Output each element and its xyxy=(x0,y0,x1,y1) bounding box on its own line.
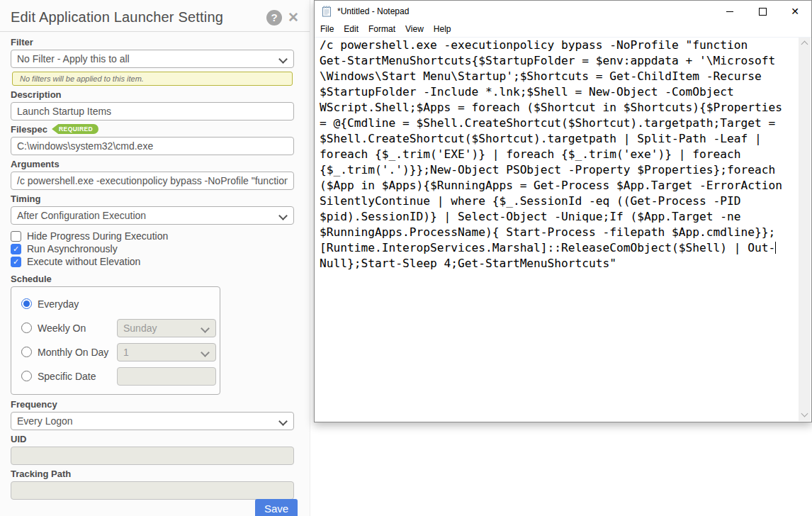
notepad-line: $RunningApps.ProcessName){ Start-Process… xyxy=(320,225,799,240)
checkbox-box[interactable] xyxy=(11,257,21,267)
uid-label: UID xyxy=(11,434,299,444)
checkbox-label: Execute without Elevation xyxy=(27,256,140,267)
schedule-box: Everyday Weekly On Sunday Monthly On Day… xyxy=(11,286,220,395)
scroll-down-button[interactable] xyxy=(799,409,811,421)
notepad-line: $pid).SessionID)} | Select-Object -Uniqu… xyxy=(320,209,799,225)
filespec-label: FilespecREQUIRED xyxy=(11,124,299,135)
help-icon[interactable]: ? xyxy=(266,10,282,26)
frequency-select-value: Every Logon xyxy=(17,415,73,427)
maximize-button[interactable] xyxy=(746,1,779,22)
notepad-line: /c powershell.exe -executionpolicy bypas… xyxy=(320,38,799,53)
minimize-button[interactable] xyxy=(714,1,746,22)
menu-format[interactable]: Format xyxy=(363,22,400,37)
chevron-down-icon xyxy=(201,324,210,333)
notepad-menubar: File Edit Format View Help xyxy=(315,22,811,38)
filter-note: No filters will be applied to this item. xyxy=(12,72,293,86)
schedule-option-specific-date[interactable]: Specific Date xyxy=(21,367,210,385)
radio-everyday[interactable] xyxy=(21,298,32,309)
notepad-text[interactable]: /c powershell.exe -executionpolicy bypas… xyxy=(315,38,799,421)
monthly-day-select[interactable]: 1 xyxy=(117,343,216,361)
filter-label: Filter xyxy=(11,37,299,47)
checkbox-hide-progress[interactable]: Hide Progress During Execution xyxy=(11,230,299,242)
filter-select-value: No Filter - Apply this to all xyxy=(17,53,130,64)
checkbox-run-asynchronously[interactable]: Run Asynchronously xyxy=(11,242,299,255)
notepad-line: = @{Cmdline = $Shell.CreateShortcut($Sho… xyxy=(320,116,799,131)
checkbox-label: Run Asynchronously xyxy=(27,243,118,254)
notepad-line: \Windows\Start Menu\Startup';$Shortcuts … xyxy=(320,69,799,84)
minimize-icon xyxy=(726,11,733,12)
radio-specific-date[interactable] xyxy=(21,371,32,381)
timing-label: Timing xyxy=(11,194,299,204)
panel-header: Edit Application Launcher Setting ? ✕ xyxy=(11,9,299,26)
chevron-down-icon xyxy=(801,410,808,417)
tracking-path-input[interactable] xyxy=(11,481,294,500)
radio-label: Specific Date xyxy=(38,371,117,382)
menu-help[interactable]: Help xyxy=(429,22,456,37)
menu-view[interactable]: View xyxy=(400,22,429,37)
required-badge: REQUIRED xyxy=(52,124,98,134)
text-caret xyxy=(775,242,776,254)
tracking-path-label: Tracking Path xyxy=(11,469,299,479)
schedule-option-weekly[interactable]: Weekly On Sunday xyxy=(21,319,210,337)
frequency-select[interactable]: Every Logon xyxy=(11,412,294,430)
checkbox-box[interactable] xyxy=(11,231,21,242)
frequency-label: Frequency xyxy=(11,399,299,410)
scroll-up-button[interactable] xyxy=(799,38,811,50)
filespec-input[interactable] xyxy=(11,137,294,155)
notepad-line: Get-StartMenuShortcuts{$StartupFolder = … xyxy=(320,53,799,69)
vertical-scrollbar[interactable] xyxy=(799,38,811,421)
timing-select-value: After Configuration Execution xyxy=(17,210,146,221)
notepad-icon xyxy=(321,6,332,17)
notepad-line: ($App in $Apps){$RunningApps = Get-Proce… xyxy=(320,178,799,194)
checkbox-execute-without-elevation[interactable]: Execute without Elevation xyxy=(11,255,299,268)
chevron-down-icon xyxy=(278,417,288,426)
description-input[interactable] xyxy=(11,102,294,120)
arguments-label: Arguments xyxy=(11,159,299,169)
notepad-line: WScript.Shell;$Apps = foreach ($Shortcut… xyxy=(320,100,799,116)
notepad-line: SilentlyContinue | where {$_.SessionId -… xyxy=(320,194,799,209)
close-button[interactable]: ✕ xyxy=(779,1,811,22)
description-label: Description xyxy=(11,89,299,100)
radio-label: Monthly On Day xyxy=(38,347,117,358)
screen: Edit Application Launcher Setting ? ✕ Fi… xyxy=(0,0,812,516)
chevron-up-icon xyxy=(801,41,808,48)
filespec-label-text: Filespec xyxy=(11,124,47,135)
edit-application-launcher-panel: Edit Application Launcher Setting ? ✕ Fi… xyxy=(0,0,310,516)
notepad-titlebar[interactable]: *Untitled - Notepad ✕ xyxy=(315,1,811,22)
chevron-down-icon xyxy=(201,348,210,357)
monthly-day-select-value: 1 xyxy=(123,347,129,358)
options-checkbox-group: Hide Progress During Execution Run Async… xyxy=(11,230,299,268)
header-divider xyxy=(0,31,310,32)
arguments-input[interactable] xyxy=(11,172,294,190)
page-title: Edit Application Launcher Setting xyxy=(11,9,266,26)
close-icon: ✕ xyxy=(791,6,799,16)
notepad-window: *Untitled - Notepad ✕ File Edit Format V… xyxy=(314,0,812,422)
close-icon[interactable]: ✕ xyxy=(288,10,299,26)
radio-monthly-on-day[interactable] xyxy=(21,347,32,357)
schedule-option-everyday[interactable]: Everyday xyxy=(21,295,210,313)
checkbox-box[interactable] xyxy=(11,244,21,254)
filter-select[interactable]: No Filter - Apply this to all xyxy=(11,50,294,68)
notepad-line: $Shell.CreateShortcut($Shortcut).targetp… xyxy=(320,131,799,147)
menu-file[interactable]: File xyxy=(315,22,339,37)
window-title: *Untitled - Notepad xyxy=(337,6,714,16)
menu-edit[interactable]: Edit xyxy=(339,22,363,37)
maximize-icon xyxy=(759,8,767,16)
save-button[interactable]: Save xyxy=(255,499,298,516)
schedule-option-monthly[interactable]: Monthly On Day 1 xyxy=(21,343,210,361)
chevron-down-icon xyxy=(278,55,288,64)
weekly-day-select[interactable]: Sunday xyxy=(117,319,216,337)
timing-select[interactable]: After Configuration Execution xyxy=(11,206,294,225)
specific-date-input[interactable] xyxy=(117,367,216,386)
uid-input[interactable] xyxy=(11,447,294,465)
radio-label: Everyday xyxy=(38,298,117,310)
notepad-line: foreach {$_.trim('EXE')} | foreach {$_.t… xyxy=(320,147,799,162)
weekly-day-select-value: Sunday xyxy=(123,322,157,334)
notepad-line: {$_.trim('.')}};New-Object PSObject -Pro… xyxy=(320,162,799,178)
window-controls: ✕ xyxy=(714,1,811,22)
radio-label: Weekly On xyxy=(38,322,117,334)
chevron-down-icon xyxy=(278,211,288,220)
notepad-line: Null};Start-Sleep 4;Get-StartMenuShortcu… xyxy=(320,256,799,271)
radio-weekly-on[interactable] xyxy=(21,322,32,333)
schedule-label: Schedule xyxy=(11,274,299,284)
